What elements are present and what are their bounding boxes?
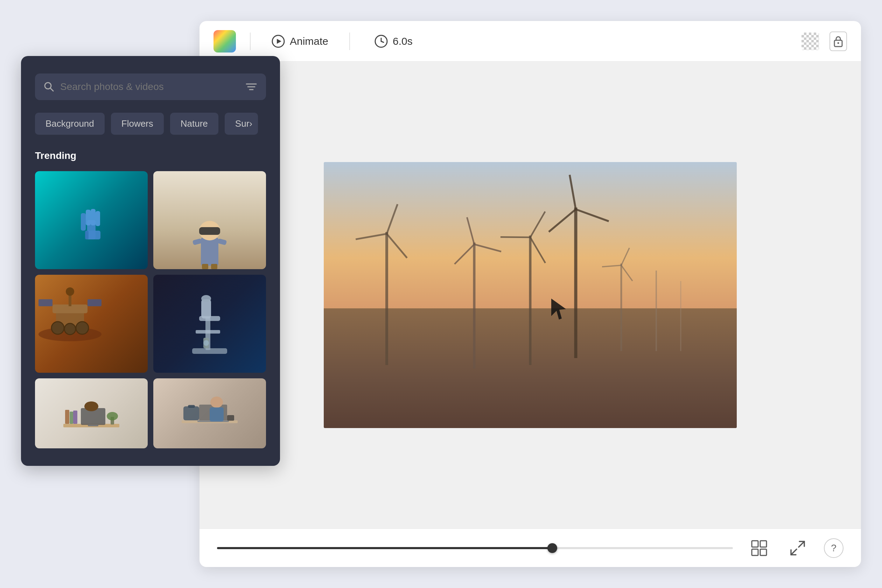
svg-rect-42: [86, 210, 91, 225]
photo-item-person[interactable]: [153, 171, 266, 269]
svg-point-79: [107, 412, 118, 420]
app-logo[interactable]: [213, 30, 236, 52]
photo-grid: [35, 171, 266, 373]
svg-line-3: [381, 41, 384, 42]
bottom-controls: ?: [200, 528, 861, 567]
search-input[interactable]: [60, 81, 239, 92]
trending-label: Trending: [35, 150, 266, 161]
svg-line-24: [617, 265, 637, 281]
hand-visual: [77, 199, 105, 241]
svg-line-12: [474, 238, 501, 258]
photo-mars-bg: [35, 275, 148, 373]
slider-fill: [217, 547, 552, 549]
svg-line-16: [523, 237, 553, 263]
svg-rect-32: [760, 549, 766, 555]
svg-point-5: [837, 42, 839, 44]
photo-item-workspace[interactable]: [153, 378, 266, 448]
toolbar-divider-2: [349, 33, 350, 50]
svg-rect-75: [65, 410, 69, 424]
slider-track[interactable]: [217, 547, 733, 549]
expand-button[interactable]: [785, 536, 810, 560]
svg-rect-30: [760, 541, 766, 547]
mars-visual: [35, 275, 105, 345]
category-nature[interactable]: Nature: [170, 113, 218, 135]
photo-grid-row2: [35, 378, 266, 448]
photo-item-office[interactable]: [35, 378, 148, 448]
svg-rect-49: [199, 227, 220, 235]
svg-rect-87: [210, 407, 224, 422]
svg-line-21: [546, 209, 579, 232]
toolbar-divider: [250, 33, 250, 50]
photo-hand-bg: [35, 171, 148, 269]
svg-point-63: [76, 322, 88, 334]
svg-rect-67: [201, 299, 211, 318]
left-panel: Background Flowers Nature Sur› Trending: [21, 56, 280, 466]
svg-line-25: [602, 258, 621, 274]
svg-rect-84: [183, 406, 199, 420]
svg-point-86: [210, 396, 223, 408]
turbine-svg: [324, 162, 737, 428]
photo-item-mars[interactable]: [35, 275, 148, 373]
animate-label: Animate: [290, 35, 328, 47]
clock-icon: [375, 34, 388, 48]
svg-line-23: [621, 248, 629, 265]
lock-button[interactable]: [830, 32, 847, 51]
svg-rect-29: [752, 541, 758, 547]
help-label: ?: [831, 543, 837, 554]
svg-rect-53: [218, 238, 227, 245]
time-display: 6.0s: [375, 34, 412, 48]
toolbar-right: [801, 32, 847, 51]
svg-rect-76: [70, 412, 73, 424]
svg-line-36: [50, 88, 53, 91]
svg-rect-43: [91, 209, 96, 225]
svg-line-33: [799, 542, 804, 547]
animate-button[interactable]: Animate: [265, 31, 335, 51]
svg-rect-85: [188, 405, 195, 408]
grid-view-button[interactable]: [747, 536, 771, 560]
svg-line-19: [570, 175, 576, 209]
filter-icon: [245, 81, 258, 93]
svg-rect-74: [88, 424, 98, 426]
svg-rect-57: [39, 299, 52, 306]
animate-icon: [272, 34, 285, 48]
help-button[interactable]: ?: [824, 538, 843, 558]
toolbar: Animate 6.0s: [200, 21, 861, 62]
slider-thumb[interactable]: [548, 543, 557, 553]
svg-line-17: [501, 224, 530, 250]
svg-point-62: [64, 323, 76, 334]
svg-point-80: [84, 402, 98, 411]
photo-microscope-bg: [153, 275, 266, 373]
svg-rect-70: [196, 330, 220, 333]
svg-rect-41: [81, 213, 86, 231]
timeline-slider[interactable]: [217, 547, 733, 549]
svg-rect-44: [96, 211, 100, 226]
photo-person-bg: [153, 171, 266, 269]
editor-container: Animate 6.0s: [200, 21, 861, 567]
grid-icon: [750, 539, 768, 557]
time-value: 6.0s: [393, 35, 412, 47]
svg-rect-88: [227, 415, 234, 421]
svg-line-7: [387, 204, 398, 234]
svg-line-9: [356, 224, 387, 249]
search-icon: [44, 81, 55, 92]
main-canvas-image: [324, 162, 737, 428]
category-background[interactable]: Background: [35, 113, 105, 135]
search-bar[interactable]: [35, 74, 266, 100]
category-flowers[interactable]: Flowers: [111, 113, 164, 135]
svg-line-34: [791, 549, 796, 555]
microscope-visual: [182, 289, 238, 359]
svg-rect-50: [202, 264, 208, 269]
svg-line-20: [576, 204, 609, 226]
svg-rect-46: [85, 231, 88, 239]
category-tags: Background Flowers Nature Sur›: [35, 113, 266, 135]
workspace-visual: [178, 386, 241, 441]
filter-button[interactable]: [245, 81, 258, 93]
svg-point-60: [66, 287, 74, 296]
checkerboard-icon[interactable]: [801, 33, 819, 50]
svg-rect-31: [752, 549, 758, 555]
lock-icon: [833, 35, 843, 47]
category-more[interactable]: Sur›: [225, 113, 258, 135]
svg-marker-28: [551, 298, 566, 320]
photo-item-hand[interactable]: [35, 171, 148, 269]
photo-item-microscope[interactable]: [153, 275, 266, 373]
